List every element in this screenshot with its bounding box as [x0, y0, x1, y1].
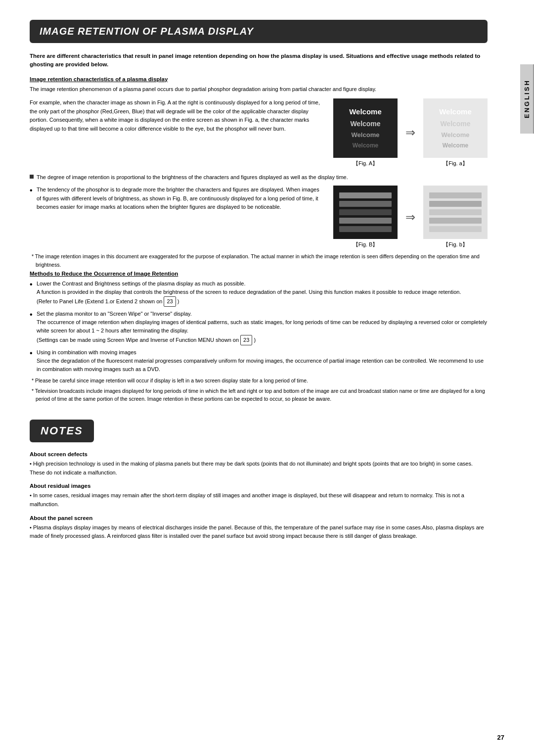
bar-s4 — [429, 218, 482, 224]
method-asterisk-1: * Please be careful since image retentio… — [30, 377, 488, 384]
bar-s1 — [429, 192, 482, 198]
bullet-dot-1: • — [30, 186, 37, 211]
notes-heading-3: About the panel screen — [30, 515, 488, 521]
notes-text-2: • In some cases, residual images may rem… — [30, 491, 488, 509]
method-bullet-2: • Set the plasma monitor to an "Screen W… — [30, 310, 488, 345]
bar-b2 — [339, 201, 392, 207]
welcome-text-3: Welcome — [342, 130, 389, 141]
notes-text-3: • Plasma displays display images by mean… — [30, 523, 488, 541]
arrow-icon-2: ⇒ — [405, 210, 415, 224]
bullet1-content: The tendency of the phosphor is to degra… — [37, 186, 323, 211]
notes-title: NOTES — [30, 420, 94, 442]
fig-B-image — [333, 186, 398, 239]
welcome-text-a2: Welcome — [432, 118, 479, 130]
asterisk-note-1: * The image retention images in this doc… — [30, 252, 488, 269]
bullet1-item: • The tendency of the phosphor is to deg… — [30, 186, 323, 211]
welcome-text-2: Welcome — [342, 118, 389, 130]
intro-paragraph: There are different characteristics that… — [30, 52, 488, 69]
main-title: IMAGE RETENTION OF PLASMA DISPLAY — [30, 20, 488, 43]
method-bullet-dot-2: • — [30, 310, 37, 345]
english-sidebar-label: ENGLISH — [520, 64, 534, 134]
methods-heading: Methods to Reduce the Occurrence of Imag… — [30, 271, 488, 277]
method-bullet-3-main: Using in combination with moving images — [37, 348, 488, 357]
fig-a-label: 【Fig. a】 — [423, 160, 488, 167]
arrow-icon: ⇒ — [405, 126, 415, 140]
section1-heading: Image retention characteristics of a pla… — [30, 76, 488, 82]
fig-b-image — [423, 186, 488, 239]
bar-s3 — [429, 209, 482, 215]
bar-s5 — [429, 226, 482, 232]
section1-para1: The image retention phenomenon of a plas… — [30, 85, 488, 94]
notes-text-1: • High precision technology is used in t… — [30, 460, 488, 477]
welcome-text-1: Welcome — [342, 105, 389, 118]
welcome-text-4: Welcome — [342, 141, 389, 150]
fig-b-label: 【Fig. b】 — [423, 241, 488, 248]
fig-A-label: 【Fig. A】 — [333, 160, 398, 167]
fig-A-box: Welcome Welcome Welcome Welcome 【Fig. A】 — [333, 98, 398, 167]
square-bullet-item: The degree of image retention is proport… — [30, 173, 488, 182]
fig-B-label: 【Fig. B】 — [333, 241, 398, 248]
welcome-text-a4: Welcome — [432, 141, 479, 150]
bar-b4 — [339, 218, 392, 224]
method-bullet-dot-3: • — [30, 348, 37, 374]
page-ref-1: 23 — [164, 296, 176, 307]
method-bullet-2-sub2: (Settings can be made using Screen Wipe … — [37, 335, 488, 345]
notes-heading-1: About screen defects — [30, 451, 488, 457]
welcome-text-a3: Welcome — [432, 130, 479, 141]
section1-para2: For example, when the character image as… — [30, 98, 323, 133]
fig-b-box: 【Fig. b】 — [423, 186, 488, 248]
method-bullet-3-sub1: Since the degradation of the fluorescent… — [37, 357, 488, 374]
method-bullet-3: • Using in combination with moving image… — [30, 348, 488, 374]
notes-section: About screen defects • High precision te… — [30, 451, 488, 541]
fig-B-box: 【Fig. B】 — [333, 186, 398, 248]
fig-A-image: Welcome Welcome Welcome Welcome — [333, 98, 398, 158]
square-bullet-text: The degree of image retention is proport… — [37, 173, 348, 182]
method-bullet-1-main: Lower the Contrast and Brightness settin… — [37, 280, 461, 288]
bar-s2 — [429, 201, 482, 207]
square-bullet-icon — [30, 175, 34, 179]
method-bullet-1-sub1: A function is provided in the display th… — [37, 288, 461, 296]
bar-b3 — [339, 209, 392, 215]
fig-a-box: Welcome Welcome Welcome Welcome 【Fig. a】 — [423, 98, 488, 167]
welcome-text-a1: Welcome — [432, 105, 479, 118]
method-asterisk-2: * Television broadcasts include images d… — [30, 387, 488, 403]
page-ref-2: 23 — [240, 335, 252, 345]
method-bullet-dot-1: • — [30, 280, 37, 307]
notes-heading-2: About residual images — [30, 483, 488, 489]
method-bullet-1: • Lower the Contrast and Brightness sett… — [30, 280, 488, 307]
method-bullet-2-main: Set the plasma monitor to an "Screen Wip… — [37, 310, 488, 318]
method-bullet-1-sub2: (Refer to Panel Life (Extend 1.or Extend… — [37, 296, 461, 307]
page-number: 27 — [497, 734, 504, 741]
bar-b1 — [339, 192, 392, 198]
method-bullet-2-sub1: The occurrence of image retention when d… — [37, 318, 488, 335]
bar-b5 — [339, 226, 392, 232]
fig-a-image: Welcome Welcome Welcome Welcome — [423, 98, 488, 158]
